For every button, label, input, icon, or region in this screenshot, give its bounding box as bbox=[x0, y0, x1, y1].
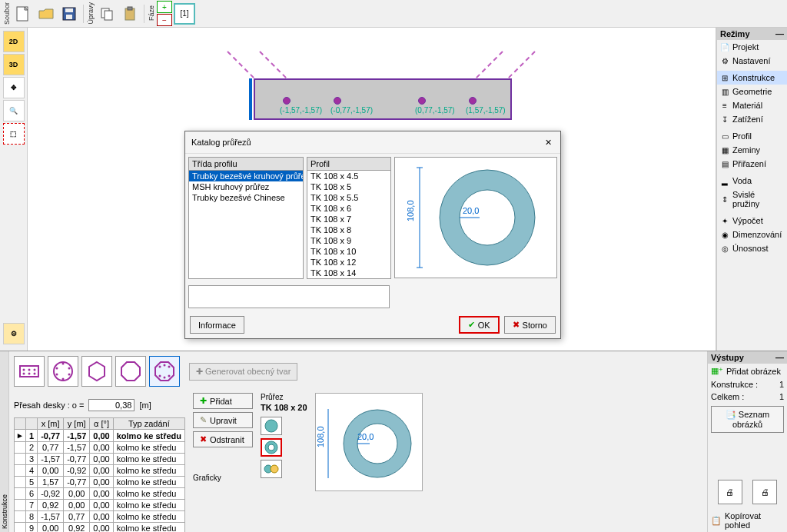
paste-icon[interactable] bbox=[119, 3, 141, 25]
shape-hex-button[interactable] bbox=[81, 356, 112, 387]
profile-preview: 108,0 20,0 bbox=[315, 393, 423, 491]
phase-add-button[interactable]: + bbox=[157, 1, 172, 13]
table-row[interactable]: 90,000,920,00kolmo ke středu bbox=[15, 523, 185, 533]
profile-type-pair-icon[interactable] bbox=[261, 460, 282, 478]
profile-item[interactable]: TK 108 x 12 bbox=[307, 257, 390, 268]
ok-button[interactable]: ✔OK bbox=[459, 316, 500, 334]
edit-button[interactable]: ✎Upravit bbox=[193, 412, 253, 428]
table-row[interactable]: 20,77-1,570,00kolmo ke středu bbox=[15, 442, 185, 454]
table-row[interactable]: 70,920,000,00kolmo ke středu bbox=[15, 500, 185, 511]
cancel-button[interactable]: ✖Storno bbox=[504, 316, 556, 334]
pile-node[interactable] bbox=[283, 97, 291, 105]
pile-node[interactable] bbox=[469, 97, 477, 105]
svg-point-41 bbox=[271, 465, 278, 473]
pile-node[interactable] bbox=[418, 97, 426, 105]
minimize-icon[interactable]: — bbox=[775, 29, 784, 38]
settings-gear-icon[interactable]: ⚙ bbox=[3, 323, 25, 344]
print-pdf-icon[interactable]: 🖨 bbox=[752, 480, 777, 504]
copy-icon[interactable] bbox=[96, 3, 118, 25]
class-item[interactable]: Trubky bezešvé Chinese bbox=[189, 192, 303, 203]
bottom-strip: Konstrukce bbox=[0, 351, 9, 532]
profile-item[interactable]: TK 108 x 5 bbox=[307, 181, 390, 192]
svg-point-20 bbox=[34, 373, 36, 375]
move-tool-icon[interactable]: ✥ bbox=[3, 77, 25, 98]
modes-panel: Režimy— 📄Projekt⚙Nastavení⊞Konstrukce▥Ge… bbox=[716, 28, 787, 351]
class-item[interactable]: Trubky bezešvé kruhový průřez bbox=[189, 171, 303, 181]
mode-item-přiřazení[interactable]: ▤Přiřazení bbox=[717, 157, 787, 171]
mode-item-svislé pružiny[interactable]: ⇕Svislé pružiny bbox=[717, 188, 787, 211]
mode-item-geometrie[interactable]: ▥Geometrie bbox=[717, 85, 787, 98]
mode-item-dimenzování[interactable]: ◉Dimenzování bbox=[717, 228, 787, 241]
shape-oct2-button[interactable] bbox=[149, 356, 180, 387]
profile-item[interactable]: TK 108 x 8 bbox=[307, 224, 390, 235]
mode-item-nastavení[interactable]: ⚙Nastavení bbox=[717, 54, 787, 68]
phase-remove-button[interactable]: − bbox=[157, 14, 172, 26]
svg-rect-7 bbox=[128, 7, 132, 10]
mode-item-konstrukce[interactable]: ⊞Konstrukce bbox=[717, 71, 787, 85]
mode-item-únosnost[interactable]: ◎Únosnost bbox=[717, 241, 787, 255]
svg-rect-3 bbox=[66, 15, 72, 19]
image-list-button[interactable]: 📑 Seznam obrázků bbox=[711, 406, 784, 433]
profile-item[interactable]: TK 108 x 6 bbox=[307, 203, 390, 214]
phase-tab-1[interactable]: [1] bbox=[174, 3, 195, 25]
profile-item[interactable]: TK 108 x 10 bbox=[307, 246, 390, 257]
shape-circle-button[interactable] bbox=[48, 356, 78, 387]
save-file-icon[interactable] bbox=[58, 3, 80, 25]
table-row[interactable]: 40,00-0,920,00kolmo ke středu bbox=[15, 465, 185, 477]
coord-table[interactable]: x [m]y [m]α [°]Typ zadání ▸1-0,77-1,570,… bbox=[14, 417, 185, 532]
mode-item-výpočet[interactable]: ✦Výpočet bbox=[717, 214, 787, 228]
view-3d-button[interactable]: 3D bbox=[3, 54, 25, 75]
svg-rect-2 bbox=[65, 8, 73, 12]
open-file-icon[interactable] bbox=[35, 3, 57, 25]
generate-shape-button[interactable]: ✚ Generovat obecný tvar bbox=[189, 363, 297, 381]
add-image-button[interactable]: ▦⁺Přidat obrázek bbox=[708, 364, 787, 378]
profile-list-header: Profil bbox=[307, 158, 390, 171]
print-icon[interactable]: 🖨 bbox=[718, 480, 742, 504]
mode-item-profil[interactable]: ▭Profil bbox=[717, 129, 787, 143]
info-text-area bbox=[188, 285, 390, 308]
remove-button[interactable]: ✖Odstranit bbox=[193, 431, 253, 447]
table-row[interactable]: ▸1-0,77-1,570,00kolmo ke středu bbox=[15, 430, 185, 442]
profile-item[interactable]: TK 108 x 5.5 bbox=[307, 192, 390, 203]
shape-oct-button[interactable] bbox=[115, 356, 146, 387]
profile-item[interactable]: TK 108 x 14 bbox=[307, 268, 390, 278]
minimize-icon[interactable]: — bbox=[775, 353, 784, 362]
select-tool-icon[interactable]: ⬚ bbox=[3, 123, 25, 145]
mode-item-zeminy[interactable]: ▦Zeminy bbox=[717, 143, 787, 157]
outputs-header: Výstupy bbox=[711, 353, 744, 362]
dimension-line-left bbox=[249, 78, 252, 120]
profile-class-list[interactable]: Trubky bezešvé kruhový průřezMSH kruhový… bbox=[189, 171, 303, 278]
profile-type-solid-icon[interactable] bbox=[261, 417, 282, 435]
class-item[interactable]: MSH kruhový průřez bbox=[189, 181, 303, 192]
svg-point-18 bbox=[23, 373, 25, 375]
overhang-input[interactable] bbox=[88, 399, 134, 411]
table-row[interactable]: 8-1,570,770,00kolmo ke středu bbox=[15, 511, 185, 523]
outputs-konstrukce-label: Konstrukce : bbox=[711, 380, 758, 389]
mode-item-materiál[interactable]: ≡Materiál bbox=[717, 98, 787, 112]
add-button[interactable]: ✚Přidat bbox=[193, 393, 253, 409]
view-2d-button[interactable]: 2D bbox=[3, 31, 25, 52]
svg-marker-28 bbox=[89, 362, 105, 381]
profile-item[interactable]: TK 108 x 4.5 bbox=[307, 171, 390, 181]
table-row[interactable]: 3-1,57-0,770,00kolmo ke středu bbox=[15, 454, 185, 465]
pile-node[interactable] bbox=[334, 97, 341, 105]
mode-item-zatížení[interactable]: ↧Zatížení bbox=[717, 112, 787, 126]
profile-type-tube-icon[interactable] bbox=[261, 438, 282, 457]
table-row[interactable]: 6-0,920,000,00kolmo ke středu bbox=[15, 488, 185, 500]
profile-class-header: Třída profilu bbox=[189, 158, 303, 171]
new-file-icon[interactable] bbox=[12, 3, 34, 25]
overhang-unit: [m] bbox=[139, 401, 151, 410]
copy-view-button[interactable]: 📋Kopírovat pohled bbox=[708, 509, 787, 532]
overhang-label: Přesah desky : o = bbox=[14, 401, 84, 410]
profile-item[interactable]: TK 108 x 9 bbox=[307, 235, 390, 246]
shape-rect-button[interactable] bbox=[14, 356, 45, 387]
info-button[interactable]: Informace bbox=[190, 316, 244, 334]
table-row[interactable]: 51,57-0,770,00kolmo ke středu bbox=[15, 477, 185, 488]
close-icon[interactable]: ✕ bbox=[542, 136, 554, 148]
mode-item-projekt[interactable]: 📄Projekt bbox=[717, 40, 787, 54]
svg-point-16 bbox=[28, 369, 31, 371]
mode-item-voda[interactable]: ▂Voda bbox=[717, 174, 787, 188]
profile-item[interactable]: TK 108 x 7 bbox=[307, 214, 390, 224]
zoom-tool-icon[interactable]: 🔍 bbox=[3, 100, 25, 121]
profile-list[interactable]: TK 108 x 4.5TK 108 x 5TK 108 x 5.5TK 108… bbox=[307, 171, 390, 278]
